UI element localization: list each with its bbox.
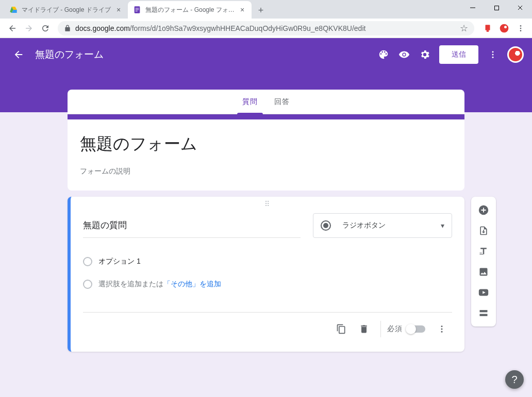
window-controls bbox=[461, 0, 532, 15]
tab-questions[interactable]: 質問 bbox=[234, 90, 266, 114]
new-tab-button[interactable]: + bbox=[254, 3, 268, 18]
svg-point-23 bbox=[441, 331, 443, 333]
extension-sleipnir-icon[interactable] bbox=[497, 21, 511, 36]
bookmark-star-icon[interactable]: ☆ bbox=[460, 23, 468, 34]
svg-rect-27 bbox=[480, 314, 488, 316]
add-video-button[interactable] bbox=[471, 282, 496, 303]
preview-eye-icon[interactable] bbox=[394, 44, 414, 65]
question-more-icon[interactable] bbox=[431, 319, 452, 339]
nav-reload-button[interactable] bbox=[37, 20, 54, 37]
forms-header: 無題のフォーム 送信 bbox=[0, 38, 532, 71]
delete-trash-icon[interactable] bbox=[354, 319, 374, 339]
form-title-card: 無題のフォーム フォームの説明 bbox=[68, 114, 464, 191]
tab-close-icon[interactable]: × bbox=[114, 6, 123, 14]
window-maximize-button[interactable] bbox=[485, 0, 508, 15]
duplicate-icon[interactable] bbox=[331, 319, 352, 339]
more-menu-icon[interactable] bbox=[483, 44, 503, 65]
dropdown-caret-icon: ▾ bbox=[441, 221, 444, 230]
browser-toolbar: docs.google.com/forms/d/1o9hSa7w9xsygwhH… bbox=[0, 19, 532, 38]
theme-palette-icon[interactable] bbox=[373, 44, 394, 65]
window-close-button[interactable] bbox=[508, 0, 532, 15]
options-list: オプション 1 選択肢を追加 または 「その他」を追加 bbox=[83, 250, 452, 296]
add-other-link[interactable]: 「その他」を追加 bbox=[163, 280, 221, 289]
header-back-button[interactable] bbox=[8, 44, 29, 65]
svg-point-15 bbox=[520, 25, 522, 27]
question-card: ⠿ 無題の質問 ラジオボタン ▾ オプション 1 bbox=[68, 197, 464, 352]
form-header-title[interactable]: 無題のフォーム bbox=[35, 48, 373, 61]
svg-point-13 bbox=[500, 24, 509, 32]
url-path: /forms/d/1o9hSa7w9xsygwhHHEACaDuqOdyHiGw… bbox=[130, 24, 366, 32]
import-questions-button[interactable] bbox=[471, 220, 496, 241]
form-tabs: 質問 回答 bbox=[68, 90, 464, 114]
radio-circle-icon bbox=[83, 257, 92, 266]
window-minimize-button[interactable] bbox=[461, 0, 485, 15]
option-row[interactable]: オプション 1 bbox=[83, 250, 452, 273]
help-button[interactable]: ? bbox=[505, 370, 524, 389]
radio-circle-icon bbox=[83, 280, 92, 289]
lock-icon bbox=[64, 25, 71, 32]
required-label: 必須 bbox=[387, 324, 403, 334]
svg-point-20 bbox=[492, 57, 494, 58]
svg-rect-10 bbox=[136, 11, 138, 11]
browser-tab-drive[interactable]: マイドライブ - Google ドライブ × bbox=[4, 1, 128, 19]
floating-toolbar bbox=[471, 197, 496, 326]
svg-point-16 bbox=[520, 27, 522, 29]
tab-title: マイドライブ - Google ドライブ bbox=[22, 6, 114, 14]
tab-close-icon[interactable]: × bbox=[238, 6, 246, 14]
add-option-text[interactable]: 選択肢を追加 bbox=[98, 280, 142, 289]
svg-point-21 bbox=[441, 325, 443, 327]
browser-tab-strip: マイドライブ - Google ドライブ × 無題のフォーム - Google … bbox=[0, 0, 532, 19]
send-button[interactable]: 送信 bbox=[439, 45, 478, 64]
svg-point-17 bbox=[520, 30, 522, 31]
add-question-button[interactable] bbox=[471, 200, 496, 220]
divider bbox=[380, 321, 381, 337]
svg-rect-12 bbox=[487, 30, 489, 31]
option-label[interactable]: オプション 1 bbox=[98, 257, 141, 266]
browser-menu-button[interactable] bbox=[513, 21, 528, 36]
nav-back-button[interactable] bbox=[4, 20, 21, 37]
url-host: docs.google.com bbox=[75, 24, 130, 32]
radio-type-icon bbox=[321, 220, 336, 231]
add-title-button[interactable] bbox=[471, 241, 496, 262]
settings-gear-icon[interactable] bbox=[414, 44, 435, 65]
account-avatar[interactable] bbox=[507, 46, 524, 63]
svg-point-22 bbox=[441, 329, 443, 330]
question-type-dropdown[interactable]: ラジオボタン ▾ bbox=[313, 213, 452, 238]
forms-favicon-icon bbox=[133, 6, 141, 14]
svg-rect-9 bbox=[136, 9, 139, 10]
add-option-row: 選択肢を追加 または 「その他」を追加 bbox=[83, 273, 452, 296]
nav-forward-button[interactable] bbox=[21, 20, 37, 37]
svg-point-19 bbox=[492, 54, 494, 56]
address-bar[interactable]: docs.google.com/forms/d/1o9hSa7w9xsygwhH… bbox=[58, 21, 474, 36]
extension-icon[interactable] bbox=[480, 21, 495, 36]
add-section-button[interactable] bbox=[471, 303, 496, 323]
add-image-button[interactable] bbox=[471, 262, 496, 282]
tab-responses[interactable]: 回答 bbox=[266, 90, 298, 114]
content-area: 質問 回答 無題のフォーム フォームの説明 ⠿ 無題の質問 ラジオボタン ▾ bbox=[0, 90, 532, 352]
browser-tab-forms[interactable]: 無題のフォーム - Google フォーム × bbox=[128, 1, 252, 19]
question-type-label: ラジオボタン bbox=[342, 221, 386, 230]
drag-handle-icon[interactable]: ⠿ bbox=[264, 200, 271, 208]
svg-rect-1 bbox=[494, 6, 498, 10]
svg-point-14 bbox=[504, 26, 507, 28]
svg-point-18 bbox=[492, 51, 494, 53]
svg-rect-26 bbox=[480, 310, 488, 312]
required-toggle[interactable] bbox=[407, 325, 425, 333]
question-footer: 必須 bbox=[83, 312, 452, 339]
form-description-input[interactable]: フォームの説明 bbox=[80, 167, 452, 176]
svg-rect-11 bbox=[486, 25, 490, 30]
svg-rect-8 bbox=[136, 8, 139, 9]
tab-title: 無題のフォーム - Google フォーム bbox=[145, 6, 238, 14]
question-title-input[interactable]: 無題の質問 bbox=[83, 213, 301, 238]
form-title-input[interactable]: 無題のフォーム bbox=[80, 131, 452, 158]
or-text: または bbox=[142, 280, 163, 289]
drive-favicon-icon bbox=[9, 6, 18, 14]
